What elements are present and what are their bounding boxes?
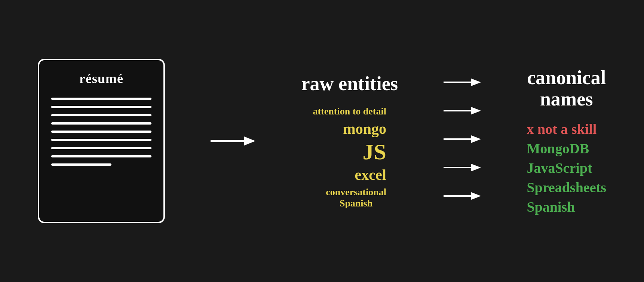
resume-line-6	[51, 139, 151, 141]
entity-attention: attention to detail	[313, 106, 386, 117]
canonical-mongodb: MongoDB	[527, 140, 606, 157]
map-arrow-1-icon	[444, 76, 481, 89]
canonical-spreadsheets: Spreadsheets	[527, 179, 606, 196]
map-row-5	[444, 185, 481, 207]
entity-mongo: mongo	[343, 120, 386, 138]
resume-line-2	[51, 106, 151, 108]
map-row-3	[444, 128, 481, 150]
svg-marker-3	[471, 79, 481, 86]
raw-entities-header: raw entities	[301, 73, 398, 94]
canonical-header: canonical names	[527, 67, 606, 110]
resume-lines	[51, 98, 151, 166]
resume-line-7	[51, 147, 151, 149]
entity-conversational: conversationalSpanish	[326, 187, 386, 209]
map-row-2	[444, 100, 481, 122]
map-row-4	[444, 157, 481, 178]
svg-marker-7	[471, 135, 481, 143]
map-arrow-3-icon	[444, 132, 481, 146]
svg-marker-1	[244, 137, 255, 145]
resume-line-3	[51, 114, 151, 116]
map-arrow-4-icon	[444, 161, 481, 174]
main-arrow-section	[211, 134, 255, 148]
resume-line-5	[51, 131, 151, 133]
canonical-not-skill: x not a skill	[527, 121, 606, 137]
entities-list: attention to detail mongo JS excel conve…	[313, 106, 386, 209]
svg-marker-5	[471, 107, 481, 114]
main-arrow-icon	[211, 134, 255, 148]
resume-title: résumé	[79, 71, 123, 86]
raw-entities-section: raw entities attention to detail mongo J…	[301, 73, 398, 209]
resume-line-9	[51, 163, 111, 166]
svg-marker-9	[471, 164, 481, 171]
map-row-1	[444, 71, 481, 93]
entity-js: JS	[363, 141, 386, 163]
entity-excel: excel	[355, 166, 386, 184]
canonical-list: x not a skill MongoDB JavaScript Spreads…	[527, 121, 606, 215]
resume-line-8	[51, 155, 151, 157]
map-arrow-5-icon	[444, 189, 481, 203]
resume-card: résumé	[38, 59, 165, 223]
main-container: résumé raw entities attention to detail …	[23, 14, 621, 268]
canonical-spanish: Spanish	[527, 199, 606, 215]
canonical-section: canonical names x not a skill MongoDB Ja…	[527, 67, 606, 215]
mapping-arrows-section	[444, 71, 481, 211]
resume-line-4	[51, 122, 151, 125]
svg-marker-11	[471, 192, 481, 200]
resume-line-1	[51, 98, 151, 100]
canonical-javascript: JavaScript	[527, 160, 606, 176]
map-arrow-2-icon	[444, 104, 481, 117]
